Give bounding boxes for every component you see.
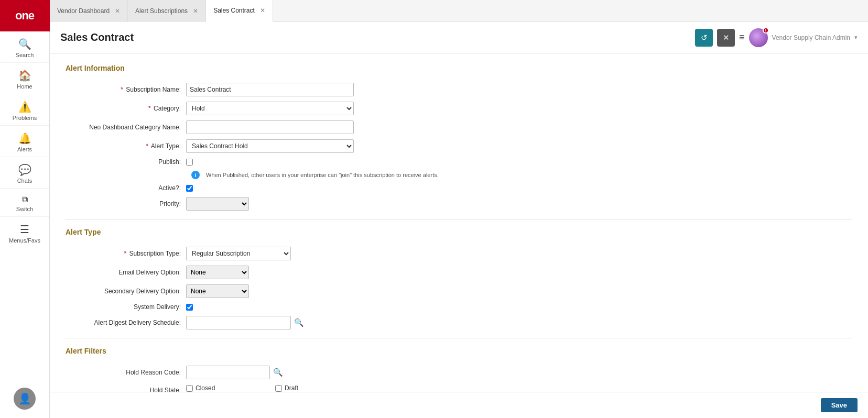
row-priority: Priority: High Medium Low	[66, 197, 852, 211]
active-label: Active?:	[66, 184, 186, 192]
priority-select[interactable]: High Medium Low	[186, 197, 249, 211]
active-checkbox[interactable]	[186, 185, 193, 192]
hold-reason-input-group: 🔍	[186, 366, 284, 379]
chats-icon: 💬	[18, 163, 31, 176]
search-icon-digest: 🔍	[294, 318, 304, 327]
subscription-name-input[interactable]	[186, 83, 354, 96]
neo-dashboard-label: Neo Dashboard Category Name:	[66, 124, 186, 131]
sidebar-label-problems: Problems	[13, 115, 37, 121]
tab-vendor-dashboard[interactable]: Vendor Dashboard ✕	[50, 0, 128, 22]
alert-digest-input[interactable]	[186, 316, 291, 329]
row-alert-type: * Alert Type: Sales Contract Hold Other	[66, 139, 852, 153]
refresh-button[interactable]: ↺	[695, 29, 713, 47]
category-label: * Category:	[66, 105, 186, 112]
neo-dashboard-input[interactable]	[186, 120, 354, 134]
alerts-icon: 🔔	[18, 132, 31, 145]
tab-alert-subscriptions[interactable]: Alert Subscriptions ✕	[128, 0, 206, 22]
system-delivery-label: System Delivery:	[66, 303, 186, 311]
sidebar-item-chats[interactable]: 💬 Chats	[0, 157, 49, 189]
alert-information-title: Alert Information	[66, 64, 852, 74]
tab-sales-contract-close[interactable]: ✕	[260, 7, 265, 14]
menu-button[interactable]: ≡	[739, 32, 745, 43]
row-active: Active?:	[66, 184, 852, 192]
hold-reason-label: Hold Reason Code:	[66, 369, 186, 376]
row-category: * Category: Hold Purchase Order Invoice …	[66, 102, 852, 115]
sidebar-label-alerts: Alerts	[17, 146, 32, 152]
sidebar-item-search[interactable]: 🔍 Search	[0, 31, 49, 63]
sidebar-label-switch: Switch	[16, 206, 33, 212]
search-icon: 🔍	[18, 38, 31, 50]
sidebar-label-home: Home	[17, 83, 32, 90]
header-actions: ↺ ✕ ≡ 1 Vendor Supply Chain Admin ▾	[695, 28, 858, 47]
alert-type-label: * Alert Type:	[66, 142, 186, 150]
refresh-icon: ↺	[701, 33, 708, 42]
sidebar-label-chats: Chats	[17, 178, 32, 184]
publish-checkbox[interactable]	[186, 159, 193, 166]
alert-type-select[interactable]: Sales Contract Hold Other	[186, 139, 354, 153]
page-title: Sales Contract	[60, 31, 695, 43]
row-email-delivery: Email Delivery Option: None Daily Immedi…	[66, 266, 852, 279]
search-icon-hold: 🔍	[273, 368, 283, 377]
alert-digest-search-button[interactable]: 🔍	[293, 317, 305, 328]
cancel-icon: ✕	[723, 33, 730, 42]
footer-bar: Save	[50, 392, 868, 418]
sidebar-label-menus: Menus/Favs	[9, 237, 40, 244]
publish-info-row: i When Published, other users in your en…	[191, 171, 852, 179]
alert-digest-input-group: 🔍	[186, 316, 305, 329]
sidebar-avatar[interactable]: 👤	[14, 388, 36, 410]
sidebar-item-problems[interactable]: ⚠️ Problems	[0, 94, 49, 126]
alert-type-section-title: Alert Type	[66, 228, 852, 238]
email-delivery-label: Email Delivery Option:	[66, 269, 186, 276]
row-subscription-name: * Subscription Name:	[66, 83, 852, 96]
header-bar: Sales Contract ↺ ✕ ≡ 1 Vendor Supply Cha…	[50, 22, 868, 53]
alert-filters-title: Alert Filters	[66, 347, 852, 357]
hold-state-options: Closed Draft Open Overridden	[186, 384, 349, 392]
active-checkbox-group	[186, 185, 193, 192]
user-badge[interactable]: 1 Vendor Supply Chain Admin ▾	[749, 28, 858, 47]
subscription-type-select[interactable]: Regular Subscription Shared	[186, 247, 291, 260]
row-neo-dashboard: Neo Dashboard Category Name:	[66, 120, 852, 134]
hold-reason-search-button[interactable]: 🔍	[272, 367, 284, 378]
subscription-type-label: * Subscription Type:	[66, 250, 186, 257]
hold-reason-input[interactable]	[186, 366, 270, 379]
sidebar-item-switch[interactable]: ⧉ Switch	[0, 189, 49, 217]
row-secondary-delivery: Secondary Delivery Option: None Daily Im…	[66, 284, 852, 298]
row-hold-state: Hold State: Closed Draft	[66, 384, 852, 392]
secondary-delivery-select[interactable]: None Daily Immediate	[186, 284, 249, 298]
switch-icon: ⧉	[22, 195, 28, 204]
save-button[interactable]: Save	[821, 398, 858, 412]
cancel-button[interactable]: ✕	[717, 29, 735, 47]
category-select[interactable]: Hold Purchase Order Invoice Shipment	[186, 102, 354, 115]
hold-state-closed[interactable]: Closed	[186, 384, 259, 392]
avatar-icon: 👤	[18, 392, 31, 405]
hamburger-icon: ≡	[739, 32, 745, 42]
publish-info-text: When Published, other users in your ente…	[206, 172, 439, 178]
alert-digest-label: Alert Digest Delivery Schedule:	[66, 319, 186, 326]
notification-dot: 1	[763, 27, 769, 34]
sidebar-item-menus[interactable]: ☰ Menus/Favs	[0, 217, 49, 248]
sidebar-item-alerts[interactable]: 🔔 Alerts	[0, 126, 49, 157]
tab-alert-subscriptions-close[interactable]: ✕	[193, 8, 198, 14]
tab-sales-contract-label: Sales Contract	[213, 7, 255, 14]
info-icon: i	[191, 171, 200, 179]
menus-icon: ☰	[20, 223, 29, 236]
hold-state-closed-checkbox[interactable]	[186, 385, 193, 392]
secondary-delivery-label: Secondary Delivery Option:	[66, 288, 186, 295]
sidebar-item-home[interactable]: 🏠 Home	[0, 63, 49, 94]
tab-vendor-dashboard-close[interactable]: ✕	[115, 8, 120, 14]
hold-state-draft-checkbox[interactable]	[275, 385, 282, 392]
sidebar-label-search: Search	[16, 52, 34, 58]
problems-icon: ⚠️	[18, 101, 31, 113]
email-delivery-select[interactable]: None Daily Immediate	[186, 266, 249, 279]
tab-alert-subscriptions-label: Alert Subscriptions	[135, 7, 188, 15]
hold-state-draft[interactable]: Draft	[275, 384, 349, 392]
content-area: Alert Information * Subscription Name: *…	[50, 53, 868, 392]
tab-vendor-dashboard-label: Vendor Dashboard	[57, 7, 110, 15]
tab-sales-contract[interactable]: Sales Contract ✕	[206, 0, 273, 22]
main-area: Vendor Dashboard ✕ Alert Subscriptions ✕…	[50, 0, 868, 418]
sidebar: one 🔍 Search 🏠 Home ⚠️ Problems 🔔 Alerts…	[0, 0, 50, 418]
system-delivery-checkbox[interactable]	[186, 304, 193, 311]
user-avatar: 1	[749, 28, 768, 47]
row-subscription-type: * Subscription Type: Regular Subscriptio…	[66, 247, 852, 260]
row-alert-digest: Alert Digest Delivery Schedule: 🔍	[66, 316, 852, 329]
